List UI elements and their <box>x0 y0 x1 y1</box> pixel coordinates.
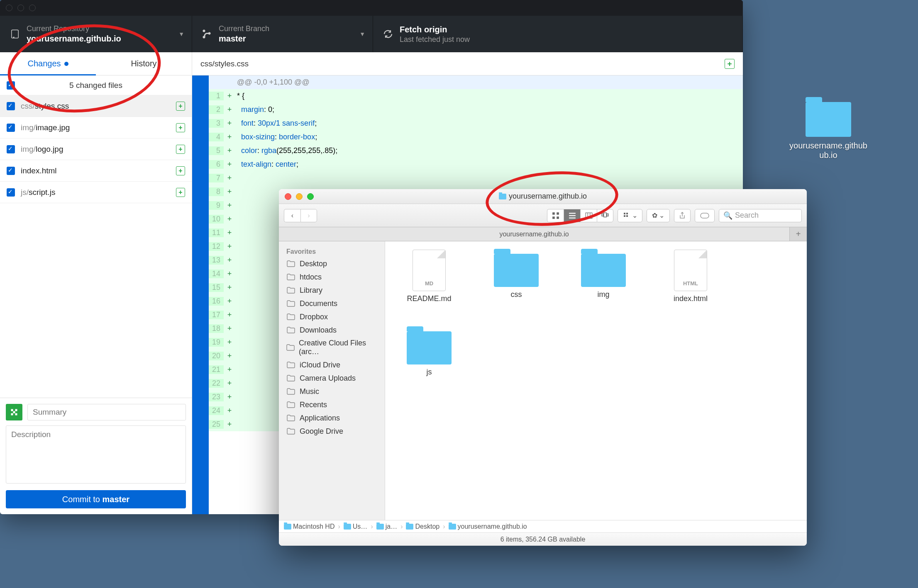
file-added-icon: + <box>176 102 185 111</box>
chevron-down-icon: ▼ <box>359 31 365 37</box>
path-segment[interactable]: Macintosh HD <box>284 523 334 530</box>
file-checkbox[interactable] <box>7 188 15 197</box>
desktop-folder[interactable]: yourusername.github ub.io <box>779 98 878 160</box>
path-segment[interactable]: Desktop <box>406 523 439 530</box>
folder-item[interactable]: css <box>485 250 548 303</box>
folder-icon <box>286 326 295 335</box>
sidebar-item[interactable]: Creative Cloud Files (arc… <box>279 337 385 358</box>
back-button[interactable]: ‹ <box>284 209 300 222</box>
tab-history[interactable]: History <box>96 52 192 75</box>
svg-rect-9 <box>569 213 576 214</box>
forward-button[interactable]: › <box>300 209 317 222</box>
changed-files-count[interactable]: 5 changed files <box>0 75 192 95</box>
current-repository-button[interactable]: Current Repository yourusername.github.i… <box>0 16 192 52</box>
search-input[interactable]: 🔍 Search <box>719 209 802 222</box>
view-list-button[interactable] <box>564 209 580 222</box>
finder-sidebar: Favorites Desktop htdocs Library Documen… <box>279 241 385 520</box>
path-bar[interactable]: Macintosh HD›Us…›ja…›Desktop›yourusernam… <box>279 520 807 532</box>
sidebar-item[interactable]: Desktop <box>279 257 385 270</box>
file-checkbox[interactable] <box>7 124 15 132</box>
view-column-button[interactable] <box>580 209 597 222</box>
svg-rect-20 <box>624 215 625 217</box>
current-branch-button[interactable]: Current Branch master ▼ <box>192 16 373 52</box>
file-row[interactable]: img/image.jpg + <box>0 117 192 138</box>
share-button[interactable] <box>674 209 691 222</box>
repo-icon <box>10 29 20 39</box>
sidebar-item[interactable]: Recents <box>279 398 385 411</box>
file-checkbox[interactable] <box>7 145 15 153</box>
sidebar-item[interactable]: Documents <box>279 297 385 310</box>
file-row[interactable]: index.html + <box>0 160 192 182</box>
sidebar-item[interactable]: Downloads <box>279 323 385 337</box>
file-item[interactable]: HTMLindex.html <box>659 250 722 303</box>
item-label: css <box>511 290 522 299</box>
finder-tab[interactable]: yourusername.github.io <box>279 227 789 241</box>
changes-indicator-icon <box>64 62 68 66</box>
summary-input[interactable] <box>27 404 186 420</box>
fetch-origin-button[interactable]: Fetch origin Last fetched just now <box>373 16 743 52</box>
folder-icon <box>286 400 295 409</box>
path-segment[interactable]: ja… <box>376 523 397 530</box>
svg-rect-11 <box>569 217 576 218</box>
folder-icon <box>449 524 456 530</box>
svg-rect-21 <box>626 215 628 217</box>
sidebar-item[interactable]: Google Drive <box>279 425 385 438</box>
window-titlebar[interactable] <box>0 0 743 16</box>
search-icon: 🔍 <box>723 211 732 220</box>
view-icon-button[interactable] <box>547 209 564 222</box>
sidebar-item[interactable]: Applications <box>279 411 385 425</box>
folder-icon <box>286 427 295 436</box>
finder-content[interactable]: MDREADME.mdcssimgHTMLindex.htmljs <box>385 241 807 520</box>
select-all-checkbox[interactable] <box>7 81 15 90</box>
description-input[interactable] <box>6 425 186 484</box>
sidebar-item[interactable]: Camera Uploads <box>279 372 385 385</box>
folder-item[interactable]: js <box>398 327 461 377</box>
sidebar-item[interactable]: iCloud Drive <box>279 358 385 372</box>
sidebar-item[interactable]: Library <box>279 284 385 297</box>
file-checkbox[interactable] <box>7 167 15 175</box>
commit-button[interactable]: Commit to master <box>6 490 186 508</box>
svg-rect-4 <box>15 413 17 415</box>
close-icon[interactable] <box>285 193 291 200</box>
zoom-icon[interactable] <box>307 193 314 200</box>
file-row[interactable]: js/script.js + <box>0 182 192 203</box>
tab-changes[interactable]: Changes <box>0 52 96 75</box>
folder-item[interactable]: img <box>572 250 635 303</box>
diff-selection-gutter[interactable] <box>192 75 209 514</box>
branch-label: Current Branch <box>219 24 269 33</box>
new-tab-button[interactable]: + <box>789 227 807 241</box>
folder-icon <box>407 331 452 364</box>
folder-icon <box>406 524 413 530</box>
file-item[interactable]: MDREADME.md <box>398 250 461 303</box>
sidebar-item[interactable]: Dropbox <box>279 310 385 323</box>
file-list: css/styles.css + img/image.jpg + img/log… <box>0 95 192 398</box>
file-row[interactable]: img/logo.jpg + <box>0 138 192 160</box>
svg-rect-7 <box>552 216 555 219</box>
status-bar: 6 items, 356.24 GB available <box>279 532 807 546</box>
changes-sidebar: Changes History 5 changed files css/styl… <box>0 52 192 514</box>
path-segment[interactable]: Us… <box>344 523 368 530</box>
chevron-down-icon: ▼ <box>178 31 184 37</box>
svg-rect-22 <box>701 213 709 218</box>
svg-rect-2 <box>13 411 15 413</box>
file-icon: MD <box>413 250 446 291</box>
sidebar-item[interactable]: Music <box>279 385 385 398</box>
action-button[interactable]: ✿ ⌄ <box>647 209 670 222</box>
close-icon[interactable] <box>6 5 12 11</box>
diff-filepath: css/styles.css <box>200 59 249 68</box>
avatar <box>6 404 22 420</box>
tags-button[interactable] <box>695 209 715 222</box>
group-button[interactable]: ⌄ <box>618 209 642 222</box>
path-segment[interactable]: yourusername.github.io <box>449 523 527 530</box>
file-checkbox[interactable] <box>7 102 15 110</box>
minimize-icon[interactable] <box>296 193 303 200</box>
svg-rect-1 <box>15 409 17 411</box>
fetch-label: Fetch origin <box>400 25 470 34</box>
zoom-icon[interactable] <box>29 5 36 11</box>
file-row[interactable]: css/styles.css + <box>0 95 192 117</box>
finder-titlebar[interactable]: yourusername.github.io <box>279 189 807 204</box>
view-gallery-button[interactable] <box>597 209 613 222</box>
item-label: js <box>427 368 432 377</box>
minimize-icon[interactable] <box>17 5 24 11</box>
sidebar-item[interactable]: htdocs <box>279 270 385 284</box>
